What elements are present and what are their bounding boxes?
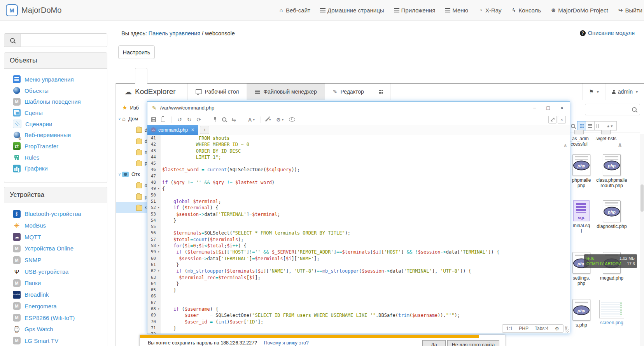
line-number[interactable]: 52 bbox=[147, 205, 157, 211]
fold-caret-icon[interactable] bbox=[157, 281, 161, 287]
sidebar-item[interactable]: Графики bbox=[4, 163, 107, 174]
file-item[interactable]: phpmaile php bbox=[568, 154, 595, 189]
fold-caret-icon[interactable] bbox=[157, 135, 161, 141]
sidebar-item[interactable]: SNMP bbox=[4, 254, 107, 266]
fold-caret-icon[interactable] bbox=[157, 300, 161, 306]
fold-caret-icon[interactable] bbox=[157, 287, 161, 293]
fold-caret-icon[interactable] bbox=[157, 167, 161, 173]
tab-close-icon[interactable]: ✕ bbox=[191, 127, 194, 132]
fold-caret-icon[interactable] bbox=[157, 211, 161, 217]
settings-menu-button[interactable] bbox=[276, 117, 284, 122]
search-button[interactable] bbox=[4, 34, 21, 47]
undo-button[interactable]: ↺ bbox=[177, 117, 182, 122]
line-number[interactable]: 43 bbox=[147, 148, 157, 154]
fold-caret-icon[interactable] bbox=[157, 236, 161, 243]
sidebar-item[interactable]: MQTT bbox=[4, 231, 107, 243]
sidebar-item[interactable]: LG Smart TV bbox=[4, 335, 107, 346]
line-number[interactable]: 71 bbox=[147, 325, 157, 331]
paste-button[interactable] bbox=[161, 117, 165, 122]
fold-caret-icon[interactable] bbox=[157, 186, 161, 192]
why-link[interactable]: Почему я вижу это? bbox=[264, 340, 309, 346]
line-number[interactable]: 57 bbox=[147, 236, 157, 243]
sidebar-item[interactable]: ModBus bbox=[4, 220, 107, 231]
goto-button[interactable]: ⇆ bbox=[231, 117, 236, 122]
fold-caret-icon[interactable] bbox=[157, 148, 161, 154]
configure-button[interactable]: Настроить bbox=[118, 45, 155, 59]
tab[interactable] bbox=[135, 68, 147, 83]
majordomo-logo[interactable]: M MajorDoMo bbox=[6, 4, 61, 16]
file-item[interactable]: _as_adm ccessful bbox=[568, 130, 590, 147]
preview-button[interactable] bbox=[289, 117, 295, 122]
sidebar-item[interactable]: Broadlink bbox=[4, 289, 107, 301]
code-area[interactable]: 41 FROM shouts 42 WHERE MEMBER_ID = 0 43… bbox=[147, 135, 570, 334]
fold-caret-icon[interactable] bbox=[157, 198, 161, 205]
line-number[interactable]: 59 bbox=[147, 249, 157, 255]
file-item-selected[interactable]: screen.png bbox=[597, 300, 626, 326]
line-number[interactable]: 42 bbox=[147, 141, 157, 148]
top-nav-item[interactable]: Выйти bbox=[618, 7, 642, 14]
fold-caret-icon[interactable] bbox=[157, 325, 161, 331]
sidebar-item[interactable]: Объекты bbox=[4, 85, 107, 96]
search-input[interactable] bbox=[21, 34, 107, 47]
line-number[interactable]: 67 bbox=[147, 300, 157, 306]
line-number[interactable]: 44 bbox=[147, 154, 157, 160]
line-number[interactable]: 69 bbox=[147, 312, 157, 318]
line-number[interactable]: 56 bbox=[147, 230, 157, 236]
redo-button[interactable]: ↻ bbox=[187, 117, 192, 122]
sidebar-item[interactable]: Сцены bbox=[4, 107, 107, 118]
resize-handle[interactable] bbox=[565, 329, 569, 333]
pin-button[interactable] bbox=[213, 117, 217, 122]
fold-caret-icon[interactable] bbox=[157, 275, 161, 281]
maximize-icon[interactable]: □ bbox=[546, 105, 550, 111]
sidebar-item[interactable]: Bluetooth-устройства bbox=[4, 208, 107, 220]
sidebar-item[interactable]: Gps Watch bbox=[4, 323, 107, 335]
fold-caret-icon[interactable] bbox=[157, 306, 161, 312]
line-number[interactable]: 60 bbox=[147, 256, 157, 262]
sidebar-item[interactable]: Меню управления bbox=[4, 74, 107, 85]
refresh-button[interactable]: ⟳ bbox=[196, 117, 201, 122]
fold-caret-icon[interactable] bbox=[157, 262, 161, 268]
fold-caret-icon[interactable] bbox=[157, 256, 161, 262]
file-item[interactable]: diagnostic.php bbox=[597, 200, 626, 230]
fold-caret-icon[interactable] bbox=[157, 293, 161, 299]
top-nav-item[interactable]: Консоль bbox=[511, 7, 541, 14]
line-number[interactable]: 48 bbox=[147, 179, 157, 186]
editor-tab-active[interactable]: command.php ✕ bbox=[147, 125, 198, 135]
line-number[interactable]: 63 bbox=[147, 275, 157, 281]
fold-caret-icon[interactable] bbox=[157, 243, 161, 249]
file-item[interactable]: s.php bbox=[568, 299, 595, 328]
sidebar-item[interactable]: Шаблоны поведения bbox=[4, 96, 107, 107]
expand-icon[interactable] bbox=[548, 116, 556, 123]
fold-caret-icon[interactable] bbox=[157, 312, 161, 318]
fold-caret-icon[interactable] bbox=[157, 205, 161, 211]
language-mode[interactable]: PHP bbox=[519, 326, 528, 331]
line-number[interactable]: 50 bbox=[147, 192, 157, 198]
not-for-this-site-button[interactable]: Не для этого сайта bbox=[447, 340, 499, 346]
close-icon[interactable]: × bbox=[560, 105, 564, 111]
line-number[interactable]: 72 bbox=[147, 331, 157, 334]
fold-caret-icon[interactable] bbox=[157, 224, 161, 230]
fold-caret-icon[interactable] bbox=[157, 230, 161, 236]
line-number[interactable]: 65 bbox=[147, 287, 157, 293]
file-item[interactable]: minal.sq l bbox=[568, 200, 595, 234]
top-nav-item[interactable]: X-Ray bbox=[478, 7, 502, 14]
sidebar-item[interactable]: USB-устройства bbox=[4, 266, 107, 277]
top-nav-item[interactable]: Домашние страницы bbox=[320, 7, 384, 14]
sidebar-item[interactable]: Устройства Online bbox=[4, 243, 107, 254]
line-number[interactable]: 54 bbox=[147, 217, 157, 224]
sidebar-item[interactable]: Energomera bbox=[4, 301, 107, 312]
font-menu-button[interactable] bbox=[248, 117, 255, 122]
file-item[interactable]: .wget-hsts bbox=[593, 130, 618, 142]
fold-caret-icon[interactable] bbox=[157, 268, 161, 274]
line-number[interactable]: 45 bbox=[147, 160, 157, 167]
fold-caret-icon[interactable] bbox=[157, 217, 161, 224]
top-nav-item[interactable]: Меню bbox=[445, 7, 468, 14]
line-number[interactable]: 62 bbox=[147, 268, 157, 274]
sidebar-item[interactable]: Веб-переменные bbox=[4, 129, 107, 141]
line-number[interactable]: 47 bbox=[147, 173, 157, 179]
close-icon[interactable]: × bbox=[558, 116, 566, 123]
line-number[interactable]: 49 bbox=[147, 186, 157, 192]
fold-caret-icon[interactable] bbox=[157, 154, 161, 160]
line-number[interactable]: 41 bbox=[147, 135, 157, 141]
line-number[interactable]: 55 bbox=[147, 224, 157, 230]
